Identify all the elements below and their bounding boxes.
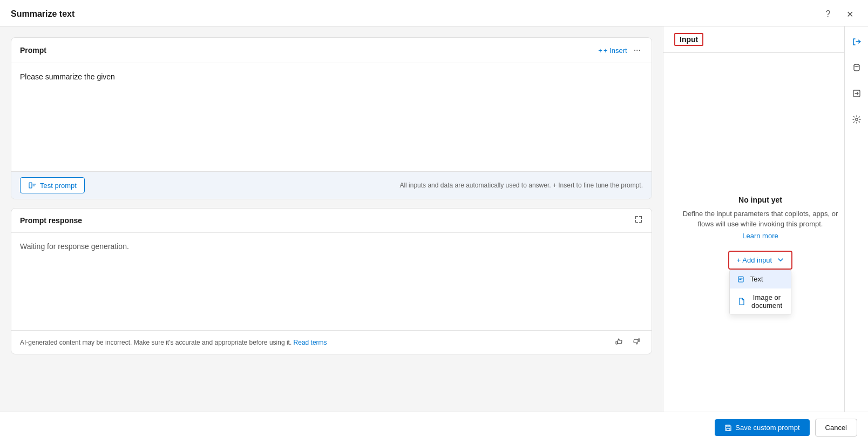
left-panel: Prompt + + Insert ··· Please summarize t… xyxy=(0,26,663,412)
output-icon-button[interactable] xyxy=(848,85,865,102)
prompt-card-actions: + + Insert ··· xyxy=(598,44,643,56)
thumbs-up-icon xyxy=(615,337,623,346)
prompt-card-header: Prompt + + Insert ··· xyxy=(11,38,652,63)
title-bar-actions: ? ✕ xyxy=(820,6,857,22)
bottom-bar: Save custom prompt Cancel xyxy=(0,412,868,443)
input-header: Input xyxy=(663,26,868,53)
title-bar: Summarize text ? ✕ xyxy=(0,0,868,26)
prompt-card-title: Prompt xyxy=(20,46,46,55)
dropdown-item-document[interactable]: Image or document xyxy=(730,288,791,314)
response-card-header: Prompt response xyxy=(11,209,652,233)
text-item-label: Text xyxy=(750,275,763,283)
input-label: Input xyxy=(674,33,703,46)
document-item-label: Image or document xyxy=(750,293,783,310)
document-icon xyxy=(737,297,746,306)
sign-in-icon-button[interactable] xyxy=(848,33,865,50)
waiting-text: Waiting for response generation. xyxy=(20,242,129,251)
prompt-card-footer: Test prompt All inputs and data are auto… xyxy=(11,171,652,199)
prompt-card-body: Please summarize the given xyxy=(11,63,652,171)
main-layout: Prompt + + Insert ··· Please summarize t… xyxy=(0,26,868,412)
thumbs-down-icon xyxy=(632,337,641,346)
add-input-label: + Add input xyxy=(737,256,772,264)
save-icon xyxy=(724,424,732,432)
sign-in-icon xyxy=(852,37,862,46)
svg-rect-1 xyxy=(616,341,618,344)
dropdown-item-text[interactable]: Text xyxy=(730,270,791,288)
settings-icon-button[interactable] xyxy=(848,111,865,128)
svg-rect-8 xyxy=(727,425,729,427)
response-card-body: Waiting for response generation. xyxy=(11,233,652,330)
test-prompt-label: Test prompt xyxy=(40,182,77,190)
text-icon xyxy=(737,275,746,284)
thumbs-down-button[interactable] xyxy=(630,336,643,348)
sidebar-icons xyxy=(844,26,868,412)
no-input-desc: Define the input parameters that copilot… xyxy=(674,209,846,230)
svg-point-6 xyxy=(855,118,857,120)
cylinder-icon xyxy=(852,63,862,72)
add-input-container: + Add input Text xyxy=(728,251,792,270)
expand-button[interactable] xyxy=(634,215,643,226)
footer-hint: All inputs and data are automatically us… xyxy=(399,182,643,189)
save-custom-prompt-button[interactable]: Save custom prompt xyxy=(715,419,809,436)
svg-rect-0 xyxy=(29,183,32,188)
settings-icon xyxy=(852,115,862,124)
test-prompt-button[interactable]: Test prompt xyxy=(20,177,85,193)
response-card-footer: AI-generated content may be incorrect. M… xyxy=(11,330,652,354)
no-input-title: No input yet xyxy=(738,196,782,204)
insert-button[interactable]: + + Insert xyxy=(598,46,627,55)
insert-plus-icon: + xyxy=(598,46,602,55)
page-title: Summarize text xyxy=(11,9,74,19)
response-card-title: Prompt response xyxy=(20,216,82,225)
close-button[interactable]: ✕ xyxy=(842,6,857,22)
svg-rect-7 xyxy=(727,428,730,431)
response-card: Prompt response Waiting for response gen… xyxy=(11,208,652,354)
help-button[interactable]: ? xyxy=(820,6,836,22)
no-input-section: No input yet Define the input parameters… xyxy=(663,53,868,412)
add-input-button[interactable]: + Add input xyxy=(729,252,791,269)
expand-icon xyxy=(634,215,643,224)
save-label: Save custom prompt xyxy=(735,424,799,432)
prompt-text: Please summarize the given xyxy=(20,72,115,81)
cylinder-icon-button[interactable] xyxy=(848,59,865,76)
more-options-button[interactable]: ··· xyxy=(632,44,643,56)
insert-label: + Insert xyxy=(603,46,627,55)
thumbs-up-button[interactable] xyxy=(613,336,626,348)
output-icon xyxy=(852,89,862,98)
prompt-card: Prompt + + Insert ··· Please summarize t… xyxy=(11,37,652,199)
svg-point-4 xyxy=(854,64,859,66)
learn-more-link[interactable]: Learn more xyxy=(742,232,778,240)
test-prompt-icon xyxy=(28,181,37,190)
add-input-dropdown: Text Image or document xyxy=(729,270,791,315)
chevron-down-icon xyxy=(777,257,784,263)
cancel-button[interactable]: Cancel xyxy=(815,419,857,437)
read-terms-link[interactable]: Read terms xyxy=(294,339,327,346)
disclaimer-text: AI-generated content may be incorrect. M… xyxy=(20,339,608,346)
svg-rect-2 xyxy=(639,339,640,341)
right-panel: Input No input yet Define the input para… xyxy=(663,26,868,412)
